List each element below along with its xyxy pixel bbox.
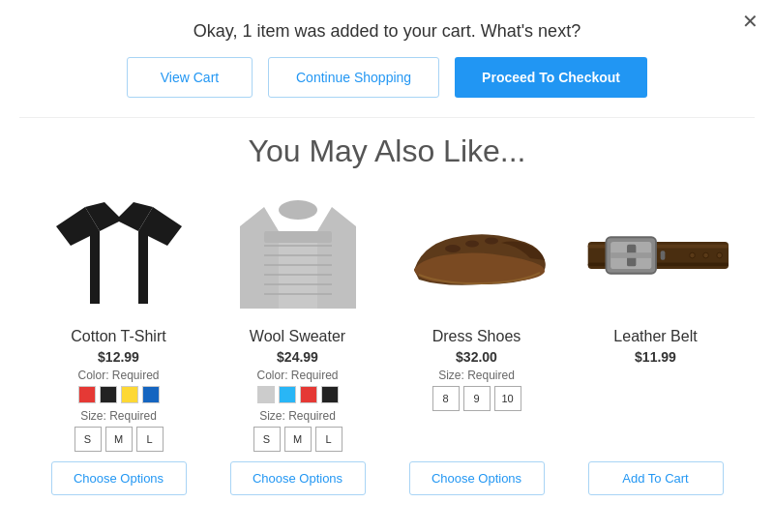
- action-buttons-row: View Cart Continue Shopping Proceed To C…: [0, 57, 774, 98]
- svg-point-15: [485, 238, 498, 245]
- size-option-button[interactable]: 8: [432, 386, 460, 411]
- choose-options-button[interactable]: Choose Options: [230, 461, 366, 495]
- size-option-button[interactable]: S: [74, 427, 102, 452]
- notification-text: Okay, 1 item was added to your cart. Wha…: [0, 0, 774, 57]
- product-image-leather-belt: [583, 192, 729, 318]
- product-image-cotton-tshirt: [46, 192, 192, 318]
- size-options: SML: [253, 427, 342, 452]
- size-label: Size: Required: [438, 369, 515, 382]
- color-swatch[interactable]: [321, 386, 339, 403]
- product-price: $12.99: [98, 349, 139, 365]
- product-image-dress-shoes: [404, 192, 550, 318]
- size-option-button[interactable]: M: [284, 427, 312, 452]
- close-button[interactable]: ✕: [742, 12, 759, 31]
- size-option-button[interactable]: L: [315, 427, 342, 452]
- add-to-cart-button[interactable]: Add To Cart: [588, 461, 724, 495]
- color-swatch[interactable]: [257, 386, 275, 403]
- view-cart-button[interactable]: View Cart: [127, 57, 253, 98]
- svg-point-13: [445, 245, 461, 252]
- svg-rect-23: [660, 251, 665, 259]
- color-swatch[interactable]: [100, 386, 117, 403]
- size-label: Size: Required: [80, 409, 157, 423]
- product-name: Wool Sweater: [250, 328, 345, 345]
- choose-options-button[interactable]: Choose Options: [51, 461, 187, 495]
- product-name: Cotton T-Shirt: [71, 328, 165, 345]
- size-label: Size: Required: [259, 409, 336, 423]
- svg-point-14: [465, 241, 479, 248]
- product-price: $32.00: [456, 349, 497, 365]
- product-image-wool-sweater: [225, 192, 371, 318]
- product-card-dress-shoes: Dress Shoes$32.00Size: Required8910Choos…: [392, 192, 561, 495]
- size-option-button[interactable]: 10: [494, 386, 521, 411]
- svg-point-24: [689, 252, 695, 258]
- size-option-button[interactable]: M: [105, 427, 133, 452]
- product-name: Leather Belt: [613, 328, 697, 345]
- section-title: You May Also Like...: [0, 133, 774, 169]
- svg-point-5: [279, 200, 317, 220]
- color-swatch[interactable]: [279, 386, 296, 403]
- svg-point-26: [716, 252, 722, 258]
- color-label: Color: Required: [256, 369, 338, 382]
- svg-rect-22: [610, 252, 651, 258]
- choose-options-button[interactable]: Choose Options: [409, 461, 545, 495]
- size-option-button[interactable]: 9: [463, 386, 491, 411]
- continue-shopping-button[interactable]: Continue Shopping: [268, 57, 439, 98]
- color-swatches: [257, 386, 339, 403]
- divider: [19, 117, 755, 118]
- proceed-checkout-button[interactable]: Proceed To Checkout: [455, 57, 647, 98]
- product-name: Dress Shoes: [432, 328, 521, 345]
- color-swatches: [78, 386, 160, 403]
- size-option-button[interactable]: S: [253, 427, 281, 452]
- color-swatch[interactable]: [142, 386, 160, 403]
- svg-point-25: [702, 252, 708, 258]
- product-price: $24.99: [277, 349, 318, 365]
- svg-rect-6: [264, 231, 332, 243]
- color-swatch[interactable]: [300, 386, 317, 403]
- size-option-button[interactable]: L: [136, 427, 164, 452]
- products-row: Cotton T-Shirt$12.99Color: RequiredSize:…: [0, 192, 774, 495]
- size-options: 8910: [432, 386, 521, 411]
- product-card-wool-sweater: Wool Sweater$24.99Color: RequiredSize: R…: [213, 192, 382, 495]
- color-swatch[interactable]: [121, 386, 138, 403]
- color-swatch[interactable]: [78, 386, 96, 403]
- product-card-leather-belt: Leather Belt$11.99Add To Cart: [571, 192, 740, 495]
- product-card-cotton-tshirt: Cotton T-Shirt$12.99Color: RequiredSize:…: [34, 192, 203, 495]
- color-label: Color: Required: [77, 369, 159, 382]
- size-options: SML: [74, 427, 164, 452]
- product-price: $11.99: [635, 349, 676, 365]
